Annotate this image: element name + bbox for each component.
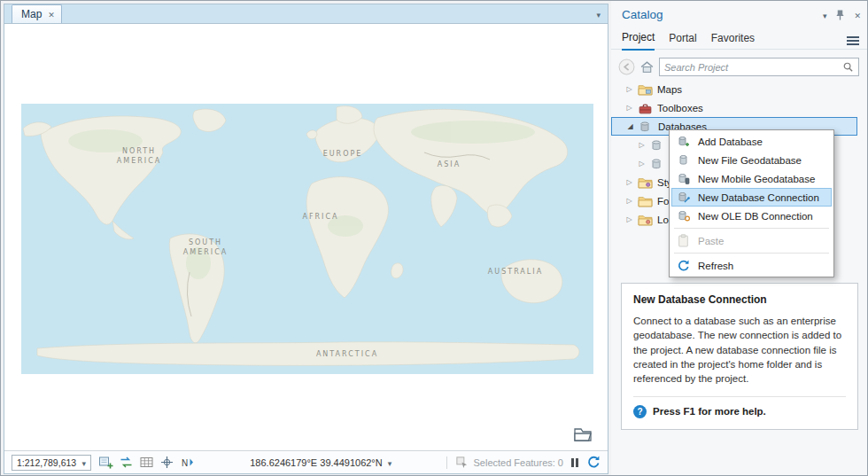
map-tab[interactable]: Map: [12, 4, 62, 23]
file-geodatabase-icon: [676, 153, 691, 167]
map-label-australia: AUSTRALIA: [488, 268, 543, 276]
tabstrip-chevron-icon[interactable]: [596, 8, 601, 20]
antarctica-landmass: [37, 342, 579, 366]
help-footer: ? Press F1 for more help.: [633, 405, 846, 418]
menu-item-new-file-geodatabase[interactable]: New File Geodatabase: [671, 151, 832, 169]
tree-item-label: Toolboxes: [657, 103, 703, 113]
help-title: New Database Connection: [633, 293, 846, 306]
menu-item-new-database-connection[interactable]: New Database Connection: [671, 188, 832, 207]
styles-folder-icon: [638, 176, 653, 189]
menu-item-new-mobile-geodatabase[interactable]: New Mobile Geodatabase: [671, 169, 832, 188]
selection-pointer-icon: [455, 456, 469, 469]
crosshair-plus-icon[interactable]: [159, 455, 174, 470]
home-folder-icon[interactable]: [639, 60, 655, 74]
tab-project[interactable]: Project: [622, 31, 655, 51]
search-icon[interactable]: [842, 61, 854, 73]
tab-favorites[interactable]: Favorites: [711, 32, 755, 50]
map-label-africa: AFRICA: [302, 213, 338, 221]
expand-icon[interactable]: [625, 104, 633, 112]
map-statusbar: 1:212,789,613 N: [4, 450, 608, 473]
help-footer-text: Press F1 for more help.: [653, 406, 766, 417]
maps-folder-icon: [638, 83, 653, 96]
catalog-search-row: [618, 58, 859, 76]
menu-item-label: Refresh: [698, 261, 733, 271]
menu-item-label: Paste: [698, 236, 724, 246]
world-basemap: NORTH AMERICA EUROPE ASIA AFRICA SOUTH A…: [21, 104, 593, 374]
paste-icon: [676, 234, 691, 247]
coordinates-display[interactable]: 186.6246179°E 39.4491062°N: [202, 457, 439, 468]
expand-icon[interactable]: [625, 178, 633, 186]
geodatabase-icon: [650, 139, 665, 152]
search-input[interactable]: [664, 62, 839, 73]
menu-item-paste: Paste: [671, 231, 832, 250]
folder-flyout-icon[interactable]: [572, 425, 593, 443]
menu-item-new-oledb-connection[interactable]: New OLE DB Connection: [671, 207, 832, 225]
folders-icon: [638, 195, 653, 207]
view-tabstrip: Map: [4, 4, 608, 24]
svg-text:N: N: [182, 458, 188, 468]
add-database-icon: [676, 135, 691, 148]
menu-separator: [674, 228, 829, 229]
map-view-panel: Map: [4, 4, 608, 474]
map-label-europe: EUROPE: [323, 150, 363, 158]
selected-features-indicator: Selected Features: 0: [455, 456, 563, 469]
menu-item-refresh[interactable]: Refresh: [671, 256, 832, 275]
close-tab-icon[interactable]: [48, 8, 55, 20]
expand-icon[interactable]: [625, 85, 633, 93]
statusbar-divider: [446, 456, 447, 469]
map-label-south-america-1: SOUTH: [189, 238, 222, 246]
swap-arrows-icon[interactable]: [119, 455, 134, 470]
search-box: [659, 58, 859, 76]
back-icon[interactable]: [618, 59, 635, 75]
tree-item-maps[interactable]: Maps: [611, 80, 868, 98]
tree-item-toolboxes[interactable]: Toolboxes: [611, 98, 868, 117]
geodatabase-icon: [650, 158, 665, 170]
expand-icon[interactable]: [625, 197, 633, 205]
map-canvas[interactable]: NORTH AMERICA EUROPE ASIA AFRICA SOUTH A…: [4, 24, 608, 450]
coordinates-value: 186.6246179°E 39.4491062°N: [250, 457, 382, 468]
menu-item-add-database[interactable]: Add Database: [671, 132, 832, 151]
tree-item-label: Maps: [657, 84, 682, 95]
collapse-icon[interactable]: [626, 122, 634, 130]
add-map-frame-icon[interactable]: [98, 455, 113, 470]
tab-portal[interactable]: Portal: [669, 32, 696, 50]
statusbar-right-group: Selected Features: 0: [446, 455, 601, 471]
menu-separator: [674, 253, 829, 254]
mobile-geodatabase-icon: [676, 172, 691, 185]
north-arrow-icon[interactable]: N: [180, 455, 195, 470]
databases-folder-icon: [639, 121, 654, 133]
pause-drawing-icon[interactable]: [571, 458, 578, 467]
menu-item-label: Add Database: [698, 137, 763, 147]
pane-options-icon[interactable]: [823, 9, 827, 21]
catalog-tabs: Project Portal Favorites: [611, 21, 868, 50]
map-label-north-america-2: AMERICA: [117, 157, 161, 165]
refresh-map-icon[interactable]: [586, 455, 601, 471]
statusbar-tools: N: [98, 455, 195, 470]
help-question-icon: ?: [633, 405, 647, 418]
grid-table-icon[interactable]: [139, 455, 154, 470]
menu-item-label: New Mobile Geodatabase: [698, 174, 815, 184]
coordinates-caret-icon: [388, 457, 392, 468]
toolboxes-folder-icon: [638, 102, 653, 114]
locators-folder-icon: [638, 214, 653, 226]
catalog-title: Catalog: [622, 8, 663, 21]
menu-item-label: New OLE DB Connection: [698, 211, 813, 222]
context-menu: Add Database New File Geodatabase New Mo…: [669, 129, 834, 277]
expand-icon[interactable]: [638, 141, 646, 149]
map-tab-label: Map: [21, 8, 42, 20]
oledb-connection-icon: [676, 209, 691, 222]
map-scale-combo[interactable]: 1:212,789,613: [12, 455, 91, 471]
expand-icon[interactable]: [625, 215, 633, 223]
pane-menu-icon[interactable]: [847, 36, 859, 45]
map-label-asia: ASIA: [438, 160, 461, 168]
menu-item-label: New Database Connection: [698, 192, 819, 203]
application-window: Map: [0, 0, 868, 476]
map-label-antarctica: ANTARCTICA: [316, 350, 378, 358]
help-body: Connect to a database such as an enterpr…: [633, 314, 846, 386]
close-pane-icon[interactable]: [854, 9, 861, 21]
database-connection-icon: [676, 191, 691, 204]
pin-icon[interactable]: [835, 9, 845, 21]
expand-icon[interactable]: [638, 160, 646, 168]
selected-features-label: Selected Features: 0: [473, 457, 563, 468]
menu-item-label: New File Geodatabase: [698, 155, 802, 166]
